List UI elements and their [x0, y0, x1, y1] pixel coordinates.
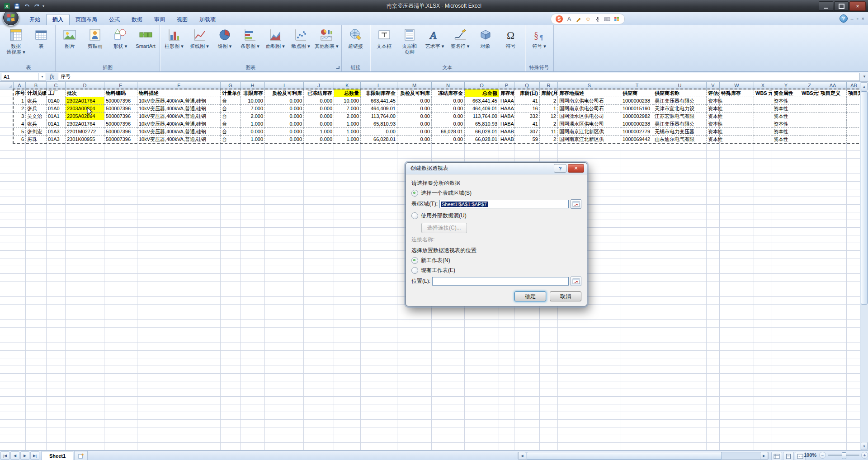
- cell-F5[interactable]: 10kV变压器,400kVA,普通,硅钢: [137, 120, 221, 128]
- ribbon-button-chart-bar[interactable]: 条形图 ▾: [237, 26, 263, 64]
- cell-J1[interactable]: 已冻结库存: [304, 89, 334, 97]
- vertical-scroll-thumb[interactable]: [861, 91, 868, 305]
- new-worksheet-radio[interactable]: [411, 257, 418, 264]
- scroll-down-icon[interactable]: ▼: [861, 442, 868, 450]
- column-header-U[interactable]: U: [653, 82, 707, 89]
- column-header-L[interactable]: L: [361, 82, 397, 89]
- cell-X5[interactable]: [754, 120, 772, 128]
- cell-C5[interactable]: 01A1: [47, 120, 66, 128]
- workbook-minimize-icon[interactable]: –: [851, 16, 854, 21]
- select-range-radio[interactable]: [411, 190, 418, 197]
- cell-J7[interactable]: 0.000: [304, 136, 334, 143]
- cell-AB7[interactable]: [847, 136, 861, 143]
- cell-L1[interactable]: 非限制库存金: [361, 89, 397, 97]
- column-header-G[interactable]: G: [221, 82, 241, 89]
- range-picker-button[interactable]: [571, 199, 581, 209]
- cell-M4[interactable]: 0.00: [397, 113, 432, 120]
- cell-B2[interactable]: 张兵: [26, 97, 47, 105]
- cell-L2[interactable]: 663,441.45: [361, 97, 397, 105]
- ribbon-tab-公式[interactable]: 公式: [103, 14, 126, 25]
- column-header-S[interactable]: S: [558, 82, 621, 89]
- ok-button[interactable]: 确定: [514, 291, 546, 301]
- cell-S6[interactable]: 国网南京江北新区供: [558, 128, 621, 136]
- cell-S5[interactable]: 国网溧水区供电公司: [558, 120, 621, 128]
- cell-V1[interactable]: 评估类别: [707, 89, 720, 97]
- cell-W4[interactable]: [720, 113, 754, 120]
- cell-M2[interactable]: 0.00: [397, 97, 432, 105]
- cell-O5[interactable]: 65,810.93: [465, 120, 499, 128]
- dialog-launcher-icon[interactable]: [336, 66, 340, 70]
- cell-E5[interactable]: 500007396: [104, 120, 137, 128]
- cell-R3[interactable]: 1: [540, 105, 558, 113]
- ribbon-tab-页面布局[interactable]: 页面布局: [70, 14, 103, 25]
- cell-Z7[interactable]: [800, 136, 819, 143]
- cell-AB5[interactable]: [847, 120, 861, 128]
- toolbox-icon[interactable]: [613, 15, 620, 23]
- cell-M5[interactable]: 0.00: [397, 120, 432, 128]
- cell-P3[interactable]: HAAA: [499, 105, 514, 113]
- existing-worksheet-radio[interactable]: [411, 267, 418, 274]
- last-sheet-button[interactable]: ▶|: [30, 451, 39, 460]
- cell-I4[interactable]: 0.000: [265, 113, 304, 120]
- cell-C7[interactable]: 01A3: [47, 136, 66, 143]
- cell-Q1[interactable]: 库龄(日): [514, 89, 540, 97]
- cell-L7[interactable]: 66,028.01: [361, 136, 397, 143]
- cell-T7[interactable]: 1000069442: [621, 136, 653, 143]
- column-header-Q[interactable]: Q: [514, 82, 540, 89]
- cell-P1[interactable]: 库存地: [499, 89, 514, 97]
- cell-X3[interactable]: [754, 105, 772, 113]
- column-header-AB[interactable]: AB: [847, 82, 861, 89]
- cell-W7[interactable]: [720, 136, 754, 143]
- cell-C3[interactable]: 01A0: [47, 105, 66, 113]
- cell-E3[interactable]: 500007396: [104, 105, 137, 113]
- cell-W3[interactable]: [720, 105, 754, 113]
- ribbon-button-textbox[interactable]: 文本框: [372, 26, 397, 64]
- cell-T4[interactable]: 1000002982: [621, 113, 653, 120]
- cell-H7[interactable]: 1.000: [241, 136, 265, 143]
- cell-AA7[interactable]: [819, 136, 847, 143]
- cell-W1[interactable]: 特殊库存: [720, 89, 754, 97]
- zoom-out-button[interactable]: −: [819, 452, 826, 459]
- cell-O2[interactable]: 663,441.45: [465, 97, 499, 105]
- cell-K3[interactable]: 7.000: [334, 105, 361, 113]
- cell-F3[interactable]: 10kV变压器,400kVA,普通,硅钢: [137, 105, 221, 113]
- cell-G2[interactable]: 台: [221, 97, 241, 105]
- cell-B1[interactable]: 计划员编制: [26, 89, 47, 97]
- vertical-scrollbar[interactable]: ▲ ▼: [860, 82, 868, 451]
- cell-W5[interactable]: [720, 120, 754, 128]
- cell-O4[interactable]: 113,764.00: [465, 113, 499, 120]
- column-header-W[interactable]: W: [720, 82, 754, 89]
- ribbon-button-chart-line[interactable]: 折线图 ▾: [187, 26, 212, 64]
- cell-Z6[interactable]: [800, 128, 819, 136]
- column-header-J[interactable]: J: [304, 82, 334, 89]
- column-header-V[interactable]: V: [707, 82, 720, 89]
- cell-Y7[interactable]: 资本性: [772, 136, 800, 143]
- cell-R7[interactable]: 2: [540, 136, 558, 143]
- cell-E2[interactable]: 500007396: [104, 97, 137, 105]
- insert-worksheet-button[interactable]: [74, 451, 88, 460]
- cell-L6[interactable]: 0.00: [361, 128, 397, 136]
- cell-N3[interactable]: 0.00: [432, 105, 465, 113]
- column-header-F[interactable]: F: [137, 82, 221, 89]
- cell-H3[interactable]: 7.000: [241, 105, 265, 113]
- cell-S7[interactable]: 国网南京江北新区供: [558, 136, 621, 143]
- cell-K4[interactable]: 2.000: [334, 113, 361, 120]
- cell-D1[interactable]: 批次: [66, 89, 104, 97]
- horizontal-scrollbar[interactable]: ◀ ▶: [518, 452, 769, 460]
- ribbon-button-pivot[interactable]: 数据透视表 ▾: [3, 26, 28, 64]
- cell-Z2[interactable]: [800, 97, 819, 105]
- cell-T2[interactable]: 1000000238: [621, 97, 653, 105]
- cell-P7[interactable]: HAAB: [499, 136, 514, 143]
- cell-E7[interactable]: 500007396: [104, 136, 137, 143]
- workbook-restore-icon[interactable]: ▫: [857, 16, 859, 21]
- ribbon-button-clipart[interactable]: 剪贴画: [82, 26, 108, 64]
- cell-C1[interactable]: 工厂: [47, 89, 66, 97]
- cell-P6[interactable]: HAAB: [499, 128, 514, 136]
- cell-H4[interactable]: 2.000: [241, 113, 265, 120]
- cell-K2[interactable]: 10.000: [334, 97, 361, 105]
- ribbon-button-chart-other[interactable]: 其他图表 ▾: [313, 26, 340, 64]
- mic-icon[interactable]: [594, 15, 601, 23]
- next-sheet-button[interactable]: ▶: [20, 451, 29, 460]
- column-header-O[interactable]: O: [465, 82, 499, 89]
- cell-L4[interactable]: 113,764.00: [361, 113, 397, 120]
